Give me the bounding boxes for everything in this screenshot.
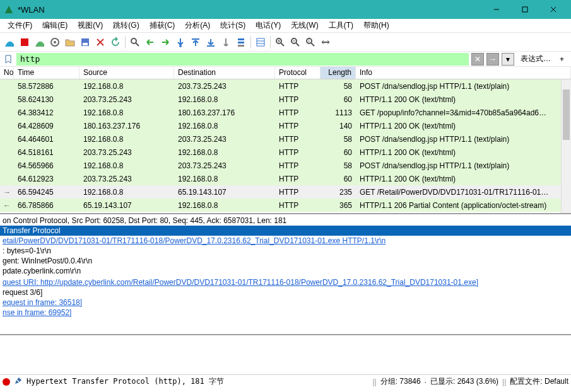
packet-list-pane: No.TimeSourceDestinationProtocolLengthIn… — [0, 67, 571, 214]
svg-rect-16 — [238, 45, 244, 47]
detail-line[interactable]: Transfer Protocol — [0, 226, 571, 236]
packet-list-body[interactable]: 58.572886192.168.0.8203.73.25.243HTTP58P… — [0, 79, 571, 213]
svg-rect-1 — [522, 7, 527, 12]
titlebar: *WLAN — [0, 0, 571, 19]
menu-item-1[interactable]: 编辑(E) — [37, 19, 73, 32]
detail-line[interactable]: : bytes=0-1\r\n — [0, 246, 571, 256]
minimize-button[interactable] — [482, 0, 510, 19]
packet-row[interactable]: 64.565966192.168.0.8203.73.25.243HTTP58P… — [0, 159, 571, 172]
find-icon[interactable] — [128, 35, 142, 49]
autoscroll-live-icon[interactable] — [234, 35, 248, 49]
restart-icon[interactable] — [33, 35, 47, 49]
options-icon[interactable] — [48, 35, 62, 49]
detail-line[interactable]: request 3/6] — [0, 287, 571, 297]
menubar: 文件(F)编辑(E)视图(V)跳转(G)捕获(C)分析(A)统计(S)电话(Y)… — [0, 19, 571, 33]
packet-bytes-pane[interactable] — [0, 335, 571, 374]
autoscroll-icon[interactable] — [219, 35, 233, 49]
close-icon[interactable] — [93, 35, 107, 49]
prev-icon[interactable] — [143, 35, 157, 49]
expression-button[interactable]: 表达式… — [517, 54, 555, 64]
menu-item-10[interactable]: 帮助(H) — [358, 19, 394, 32]
menu-item-9[interactable]: 工具(T) — [324, 19, 358, 32]
apply-filter-button[interactable]: → — [486, 53, 499, 66]
reload-icon[interactable] — [109, 35, 122, 49]
clear-filter-button[interactable]: ✕ — [471, 53, 484, 66]
open-icon[interactable] — [63, 35, 77, 49]
zoom-reset-icon[interactable]: 1 — [303, 35, 317, 49]
status-left: Hypertext Transfer Protocol (http), 181 … — [26, 376, 368, 387]
column-header-destination[interactable]: Destination — [174, 67, 275, 79]
bookmark-icon[interactable] — [3, 54, 14, 65]
filter-bar: ✕ → ▾ 表达式… + — [0, 52, 571, 67]
svg-line-25 — [296, 43, 299, 46]
next-icon[interactable] — [158, 35, 172, 49]
zoom-out-icon[interactable] — [288, 35, 302, 49]
display-filter-input[interactable] — [16, 53, 469, 66]
save-icon[interactable] — [78, 35, 92, 49]
statusbar: Hypertext Transfer Protocol (http), 181 … — [0, 374, 571, 388]
svg-text:1: 1 — [308, 39, 310, 43]
packet-row[interactable]: 58.572886192.168.0.8203.73.25.243HTTP58P… — [0, 79, 571, 93]
menu-item-0[interactable]: 文件(F) — [3, 19, 37, 32]
column-header-no[interactable]: No. — [0, 67, 14, 79]
detail-line[interactable]: gent: WinInetPost/0.0.4\r\n — [0, 256, 571, 266]
menu-item-4[interactable]: 捕获(C) — [144, 19, 180, 32]
svg-line-21 — [281, 43, 284, 46]
column-header-protocol[interactable]: Protocol — [275, 67, 321, 79]
column-header-info[interactable]: Info — [356, 67, 571, 79]
menu-item-2[interactable]: 视图(V) — [73, 19, 108, 32]
menu-item-6[interactable]: 统计(S) — [215, 19, 250, 32]
jump-icon[interactable] — [174, 35, 187, 49]
detail-line[interactable]: equest in frame: 36518] — [0, 297, 571, 308]
svg-rect-8 — [83, 43, 88, 45]
shark-fin-icon[interactable] — [3, 35, 16, 49]
close-button[interactable] — [539, 0, 567, 19]
columns-icon[interactable] — [254, 35, 268, 49]
packet-details-pane[interactable]: on Control Protocol, Src Port: 60258, Ds… — [0, 214, 571, 335]
menu-item-7[interactable]: 电话(Y) — [250, 19, 286, 32]
svg-rect-14 — [238, 38, 244, 40]
zoom-in-icon[interactable] — [273, 35, 287, 49]
expert-info-icon[interactable] — [3, 378, 10, 386]
main-toolbar: 1 — [0, 33, 571, 52]
top-icon[interactable] — [189, 35, 203, 49]
column-header-source[interactable]: Source — [79, 67, 174, 79]
status-packets: 分组: 73846 — [380, 376, 421, 387]
filter-history-button[interactable]: ▾ — [502, 53, 514, 66]
detail-line[interactable]: quest URI: http://update.cyberlink.com/R… — [0, 277, 571, 287]
packet-row[interactable]: 64.612923203.73.25.243192.168.0.8HTTP60H… — [0, 172, 571, 185]
column-header-time[interactable]: Time — [14, 67, 79, 79]
detail-line[interactable]: pdate.cyberlink.com\r\n — [0, 266, 571, 276]
menu-item-3[interactable]: 跳转(G) — [108, 19, 144, 32]
svg-point-13 — [179, 45, 182, 47]
packet-row[interactable]: 64.518161203.73.25.243192.168.0.8HTTP60H… — [0, 146, 571, 159]
stop-icon[interactable] — [18, 35, 32, 49]
packet-row[interactable]: ←66.78586665.19.143.107192.168.0.8HTTP36… — [0, 199, 571, 212]
resize-cols-icon[interactable] — [319, 35, 333, 49]
svg-rect-15 — [238, 42, 244, 43]
packet-row[interactable]: 64.464601192.168.0.8203.73.25.243HTTP58P… — [0, 132, 571, 146]
packet-row[interactable]: 64.383412192.168.0.8180.163.237.176HTTP1… — [0, 106, 571, 119]
toolbar-separator — [125, 36, 126, 49]
app-icon — [4, 4, 14, 14]
packet-row[interactable]: 58.624130203.73.25.243192.168.0.8HTTP60H… — [0, 93, 571, 106]
scrollbar[interactable] — [561, 79, 571, 213]
packet-list-header: No.TimeSourceDestinationProtocolLengthIn… — [0, 67, 571, 79]
maximize-button[interactable] — [510, 0, 539, 19]
bottom-icon[interactable] — [204, 35, 218, 49]
packet-row[interactable]: 64.428609180.163.237.176192.168.0.8HTTP1… — [0, 119, 571, 132]
detail-line[interactable]: nse in frame: 69952] — [0, 308, 571, 318]
svg-rect-4 — [21, 38, 28, 46]
window-buttons — [482, 0, 567, 19]
menu-item-5[interactable]: 分析(A) — [180, 19, 215, 32]
menu-item-8[interactable]: 无线(W) — [286, 19, 323, 32]
detail-line[interactable]: etail/PowerDVD/DVD171031-01/TR171116-018… — [0, 236, 571, 246]
edit-icon[interactable] — [14, 376, 23, 387]
packet-row[interactable]: →66.594245192.168.0.865.19.143.107HTTP23… — [0, 185, 571, 199]
svg-rect-17 — [257, 38, 264, 46]
detail-line[interactable]: on Control Protocol, Src Port: 60258, Ds… — [0, 216, 571, 226]
svg-line-12 — [136, 43, 139, 46]
status-profile[interactable]: 配置文件: Default — [510, 376, 568, 387]
column-header-length[interactable]: Length — [321, 67, 356, 79]
add-filter-button[interactable]: + — [557, 55, 568, 64]
